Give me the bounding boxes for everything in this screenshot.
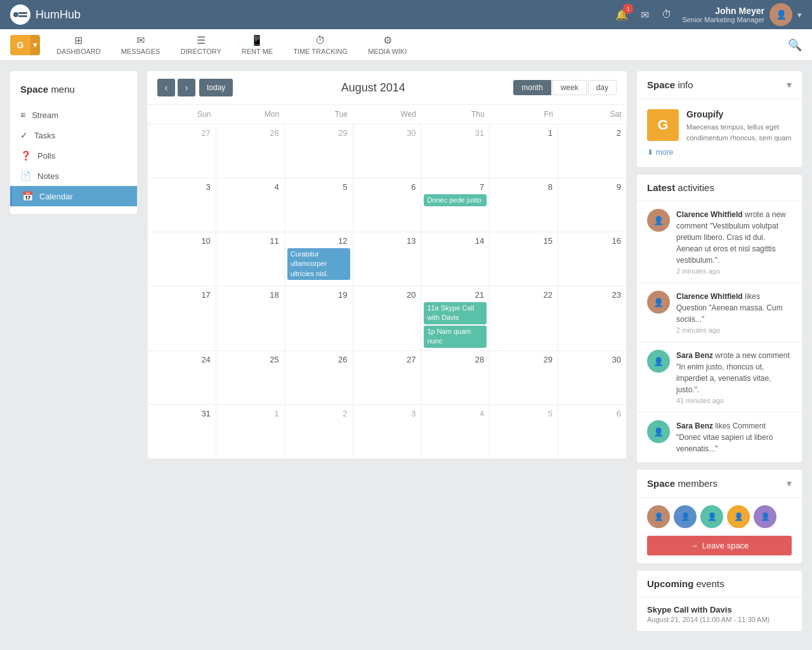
calendar-day[interactable]: 5	[284, 178, 353, 232]
space-members-toggle[interactable]: ▾	[787, 477, 792, 489]
member-avatar[interactable]: 👤	[647, 505, 670, 528]
calendar-day[interactable]: 17	[148, 286, 216, 351]
nav-item-rent-me[interactable]: 📱 RENT ME	[233, 30, 282, 59]
calendar-day[interactable]: 24	[148, 350, 216, 404]
calendar-day[interactable]: 12Curabitur ullamcorper ultricies nisl.	[284, 232, 353, 286]
calendar-day[interactable]: 30	[558, 350, 627, 404]
day-number: 9	[561, 181, 624, 193]
clock-button[interactable]: ⏱	[659, 6, 674, 23]
calendar-day[interactable]: 29	[490, 350, 558, 404]
space-dropdown-button[interactable]: ▾	[30, 35, 40, 55]
calendar-day[interactable]: 10	[148, 232, 216, 286]
calendar-day[interactable]: 7Donec pede justo	[421, 178, 490, 232]
calendar-day[interactable]: 11	[216, 232, 284, 286]
sidebar-item-tasks[interactable]: ✓ Tasks	[10, 125, 137, 145]
calendar-day[interactable]: 22	[490, 286, 558, 351]
calendar-day[interactable]: 6	[353, 178, 421, 232]
day-header-sat: Sat	[558, 105, 627, 124]
calendar-day[interactable]: 27	[148, 124, 216, 178]
calendar-day[interactable]: 8	[490, 178, 558, 232]
calendar-day[interactable]: 2	[284, 404, 353, 458]
leave-space-button[interactable]: → Leave space	[647, 536, 792, 555]
calendar-day[interactable]: 20	[353, 286, 421, 351]
day-number: 24	[150, 354, 213, 366]
member-avatar[interactable]: 👤	[700, 505, 723, 528]
day-view-button[interactable]: day	[588, 80, 617, 95]
day-number: 2	[561, 127, 624, 139]
calendar-day[interactable]: 4	[421, 404, 490, 458]
nav-item-directory[interactable]: ☰ DIRECTORY	[171, 30, 230, 59]
calendar-day[interactable]: 3	[353, 404, 421, 458]
calendar-event[interactable]: 11a Skype Call with Davis	[424, 302, 487, 324]
member-avatar[interactable]: 👤	[727, 505, 750, 528]
calendar-day[interactable]: 1	[216, 404, 284, 458]
space-info-toggle[interactable]: ▾	[787, 79, 792, 91]
today-button[interactable]: today	[199, 79, 233, 96]
calendar-day[interactable]: 5	[490, 404, 558, 458]
calendar-event[interactable]: Donec pede justo	[424, 194, 487, 206]
calendar-day[interactable]: 4	[216, 178, 284, 232]
day-number: 18	[219, 289, 282, 301]
mail-button[interactable]: ✉	[638, 6, 652, 23]
member-avatar[interactable]: 👤	[674, 505, 697, 528]
calendar-day[interactable]: 27	[353, 350, 421, 404]
sidebar-item-label-stream: Stream	[32, 110, 58, 120]
calendar-day[interactable]: 31	[148, 404, 216, 458]
space-button[interactable]: G	[10, 35, 30, 55]
nav-item-media-wiki[interactable]: ⚙ MEDIA WIKI	[359, 30, 416, 59]
nav-item-dashboard[interactable]: ⊞ DASHBOARD	[48, 30, 110, 59]
sidebar: Space menu ≡ Stream ✓ Tasks ❓ Polls 📄	[10, 71, 137, 631]
calendar-day[interactable]: 19	[284, 286, 353, 351]
calendar-day[interactable]: 6	[558, 404, 627, 458]
member-avatar[interactable]: 👤	[754, 505, 776, 528]
sidebar-item-polls[interactable]: ❓ Polls	[10, 145, 137, 166]
sidebar-item-calendar[interactable]: 📅 Calendar	[10, 186, 137, 206]
more-label: more	[656, 148, 673, 157]
activity-content: Sara Benz likes Comment "Donec vitae sap…	[676, 420, 792, 454]
day-number: 30	[561, 354, 624, 366]
calendar-day[interactable]: 29	[284, 124, 353, 178]
calendar-day[interactable]: 16	[558, 232, 627, 286]
day-number: 13	[356, 235, 419, 247]
sidebar-item-notes[interactable]: 📄 Notes	[10, 166, 137, 186]
calendar-day[interactable]: 28	[421, 350, 490, 404]
prev-month-button[interactable]: ‹	[157, 79, 175, 96]
activity-content: Clarence Whitfield wrote a new comment "…	[676, 209, 792, 275]
more-link[interactable]: ⬇ more	[647, 148, 792, 157]
calendar-day[interactable]: 26	[284, 350, 353, 404]
sidebar-item-label-tasks: Tasks	[34, 131, 55, 140]
calendar-day[interactable]: 2111a Skype Call with Davis1p Nam quam n…	[421, 286, 490, 351]
calendar-day[interactable]: 23	[558, 286, 627, 351]
calendar-day[interactable]: 18	[216, 286, 284, 351]
nav-item-messages[interactable]: ✉ MESSAGES	[112, 30, 169, 59]
calendar-day[interactable]: 2	[558, 124, 627, 178]
day-number: 23	[561, 289, 624, 301]
calendar-day[interactable]: 13	[353, 232, 421, 286]
upcoming-event-title: Skype Call with Davis	[647, 605, 792, 614]
month-view-button[interactable]: month	[513, 80, 551, 95]
day-header-wed: Wed	[353, 105, 421, 124]
calendar-day[interactable]: 14	[421, 232, 490, 286]
calendar-day[interactable]: 31	[421, 124, 490, 178]
space-info-card: Space info ▾ G Groupify Maecenas tempus,…	[637, 71, 802, 167]
calendar-day[interactable]: 25	[216, 350, 284, 404]
search-button[interactable]: 🔍	[788, 38, 802, 52]
calendar-day[interactable]: 1	[490, 124, 558, 178]
user-dropdown-button[interactable]: ▾	[797, 10, 802, 20]
latest-activities-title: Latest activities	[647, 182, 714, 193]
calendar-event[interactable]: 1p Nam quam nunc	[424, 326, 487, 348]
calendar-day[interactable]: 9	[558, 178, 627, 232]
notification-button[interactable]: 🔔 1	[613, 6, 631, 23]
calendar-day[interactable]: 3	[148, 178, 216, 232]
activity-content: Clarence Whitfield likes Question "Aenea…	[676, 291, 792, 334]
avatar[interactable]: 👤	[769, 3, 792, 26]
sidebar-item-stream[interactable]: ≡ Stream	[10, 105, 137, 125]
calendar-day[interactable]: 30	[353, 124, 421, 178]
user-info: John Meyer Senior Marketing Manager 👤 ▾	[682, 3, 802, 26]
calendar-day[interactable]: 28	[216, 124, 284, 178]
week-view-button[interactable]: week	[553, 80, 587, 95]
calendar-event[interactable]: Curabitur ullamcorper ultricies nisl.	[287, 248, 350, 280]
calendar-day[interactable]: 15	[490, 232, 558, 286]
next-month-button[interactable]: ›	[178, 79, 195, 96]
nav-item-time-tracking[interactable]: ⏱ TIME TRACKING	[284, 31, 357, 59]
